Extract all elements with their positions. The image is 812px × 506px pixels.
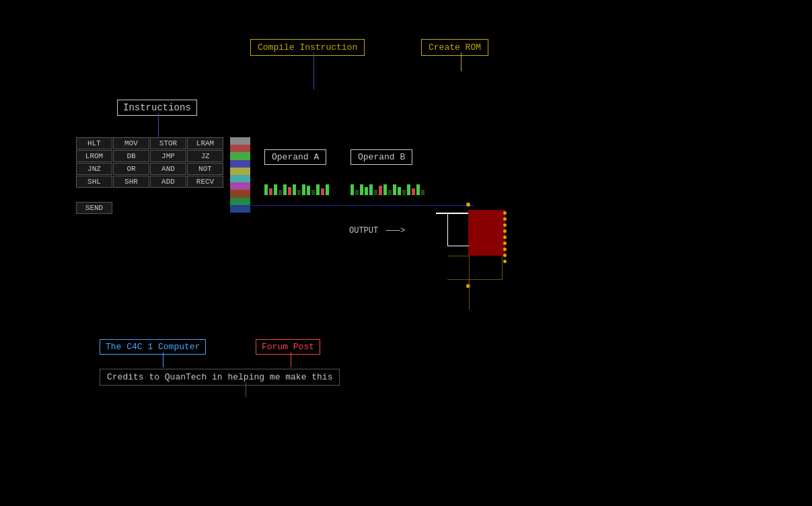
credits-wire [246,382,246,397]
horizontal-wire [232,205,474,206]
instr-mov[interactable]: MOV [113,137,149,149]
instruction-grid: HLT MOV STOR LRAM LROM DB JMP JZ JNZ OR … [76,137,223,188]
rom-pins [503,211,507,263]
instr-and[interactable]: AND [150,163,186,175]
compile-wire [313,52,314,89]
instr-jnz[interactable]: JNZ [76,163,112,175]
instr-stor[interactable]: STOR [150,137,186,149]
bottom-v-wire2 [502,256,503,280]
chip-h-wire [447,246,469,246]
main-container: Compile Instruction Create ROM Instructi… [0,0,812,506]
instr-lram[interactable]: LRAM [187,137,223,149]
rom-pin-4 [503,229,507,233]
compile-instruction-button[interactable]: Compile Instruction [250,39,365,56]
chip-dot-bottom [466,284,470,288]
inner-h-wire [447,256,469,256]
output-vertical-wire [447,213,448,246]
instr-send[interactable]: SEND [76,202,112,214]
instr-not[interactable]: NOT [187,163,223,175]
rom-pin-2 [503,217,507,221]
instr-jz[interactable]: JZ [187,150,223,162]
forum-link[interactable]: Forum Post [256,339,320,355]
rom-pin-7 [503,248,507,251]
rom-pin-1 [503,211,507,215]
create-rom-wire [461,52,462,71]
chip-dot-top [466,203,470,207]
operand-b-button[interactable]: Operand B [350,149,412,165]
output-label: OUTPUT ———> [349,226,405,236]
instr-or[interactable]: OR [113,163,149,175]
rom-pin-8 [503,254,507,257]
instr-lrom[interactable]: LROM [76,150,112,162]
instr-jmp[interactable]: JMP [150,150,186,162]
forum-wire [291,353,291,367]
instr-shl[interactable]: SHL [76,176,112,188]
c4c-link[interactable]: The C4C 1 Computer [100,339,206,355]
rom-pin-9 [503,260,507,263]
instructions-button[interactable]: Instructions [117,100,197,116]
signal-bars-b [350,182,431,195]
credits-box: Credits to QuanTech in helping me make t… [100,369,340,386]
bottom-h-wire [447,279,503,280]
rom-pin-5 [503,236,507,239]
rom-chip [468,210,505,256]
instr-db[interactable]: DB [113,150,149,162]
instr-hlt[interactable]: HLT [76,137,112,149]
rom-pin-6 [503,242,507,245]
signal-bars-a [264,182,337,195]
output-wire [436,213,470,214]
color-strip [230,137,250,213]
instr-add[interactable]: ADD [150,176,186,188]
chip-vertical-wire [469,256,470,310]
operand-a-button[interactable]: Operand A [264,149,326,165]
c4c-wire [163,353,163,367]
instructions-wire [158,113,159,139]
create-rom-button[interactable]: Create ROM [421,39,488,56]
rom-pin-3 [503,223,507,227]
instr-shr[interactable]: SHR [113,176,149,188]
instr-recv[interactable]: RECV [187,176,223,188]
